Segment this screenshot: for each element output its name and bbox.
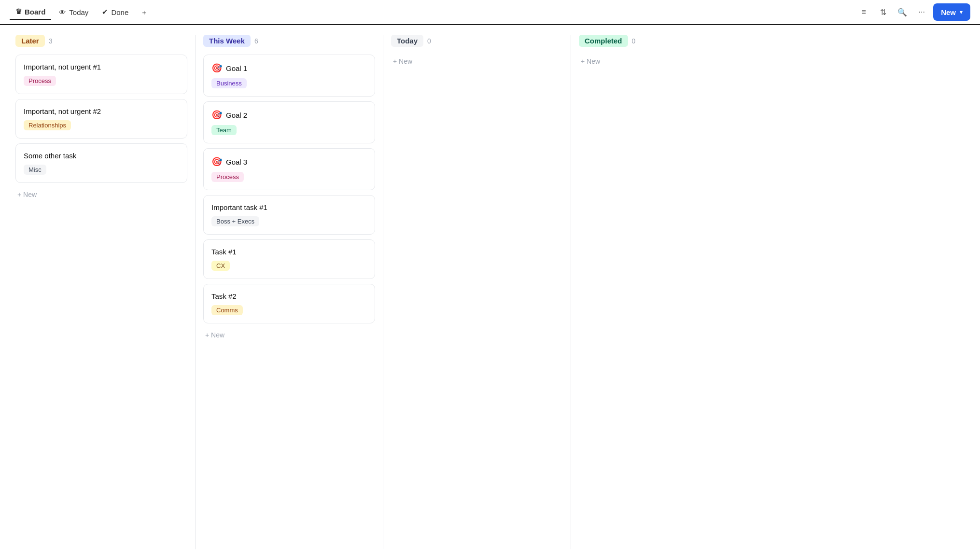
new-button-label: New: [941, 8, 956, 16]
card-title-later-1: Important, not urgent #2: [24, 107, 179, 115]
column-header-later: Later3: [15, 35, 187, 47]
card-tag-later-0: Process: [24, 76, 56, 86]
card-title-thisweek-1: 🎯Goal 2: [211, 110, 367, 120]
add-icon: +: [142, 8, 146, 16]
board-icon: ♛: [15, 7, 22, 16]
column-thisweek: This Week6🎯Goal 1Business🎯Goal 2Team🎯Goa…: [197, 35, 381, 342]
card-tag-thisweek-2: Process: [211, 172, 244, 182]
nav-today[interactable]: 👁 Today: [53, 5, 94, 19]
column-completed: Completed0+ New: [573, 35, 756, 68]
column-label-today: Today: [391, 35, 423, 47]
done-label: Done: [111, 8, 128, 16]
card-title-text-thisweek-1: Goal 2: [226, 111, 247, 119]
card-tag-thisweek-3: Boss + Execs: [211, 216, 259, 226]
column-today: Today0+ New: [385, 35, 569, 68]
card-title-text-thisweek-2: Goal 3: [226, 158, 247, 166]
card-tag-thisweek-1: Team: [211, 125, 237, 135]
divider-2: [571, 35, 571, 549]
card-title-text-later-1: Important, not urgent #2: [24, 107, 101, 115]
card-later-1[interactable]: Important, not urgent #2Relationships: [15, 99, 187, 139]
goal-icon: 🎯: [211, 156, 222, 167]
add-new-thisweek[interactable]: + New: [203, 328, 375, 342]
card-later-0[interactable]: Important, not urgent #1Process: [15, 55, 187, 94]
goal-icon: 🎯: [211, 63, 222, 73]
card-title-text-thisweek-3: Important task #1: [211, 203, 267, 211]
column-count-later: 3: [49, 37, 53, 45]
column-label-later: Later: [15, 35, 45, 47]
column-count-thisweek: 6: [254, 37, 258, 45]
new-button[interactable]: New ▾: [933, 3, 970, 21]
card-title-later-0: Important, not urgent #1: [24, 63, 179, 71]
board: Later3Important, not urgent #1ProcessImp…: [0, 25, 980, 559]
column-label-thisweek: This Week: [203, 35, 251, 47]
nav-done[interactable]: ✔ Done: [96, 5, 134, 19]
column-header-thisweek: This Week6: [203, 35, 375, 47]
column-header-today: Today0: [391, 35, 563, 47]
more-button[interactable]: ···: [914, 4, 929, 20]
card-title-later-2: Some other task: [24, 152, 179, 160]
card-thisweek-0[interactable]: 🎯Goal 1Business: [203, 55, 375, 97]
done-icon: ✔: [102, 8, 108, 16]
add-new-completed[interactable]: + New: [579, 55, 751, 68]
add-new-later[interactable]: + New: [15, 188, 187, 201]
column-count-today: 0: [427, 37, 431, 45]
column-header-completed: Completed0: [579, 35, 751, 47]
card-tag-thisweek-0: Business: [211, 78, 247, 88]
column-label-completed: Completed: [579, 35, 628, 47]
top-navigation: ♛ Board 👁 Today ✔ Done + ≡ ⇅ 🔍 ··· New ▾: [0, 0, 980, 25]
add-new-today[interactable]: + New: [391, 55, 563, 68]
today-icon: 👁: [59, 8, 66, 16]
card-later-2[interactable]: Some other taskMisc: [15, 143, 187, 183]
card-title-text-thisweek-5: Task #2: [211, 292, 237, 300]
card-title-thisweek-0: 🎯Goal 1: [211, 63, 367, 73]
card-title-text-thisweek-4: Task #1: [211, 248, 237, 256]
search-icon: 🔍: [897, 8, 907, 17]
sort-button[interactable]: ⇅: [875, 4, 891, 20]
card-title-thisweek-4: Task #1: [211, 248, 367, 256]
more-icon: ···: [918, 8, 924, 16]
card-title-text-later-2: Some other task: [24, 152, 76, 160]
divider-0: [195, 35, 196, 549]
card-title-thisweek-3: Important task #1: [211, 203, 367, 211]
new-button-chevron: ▾: [960, 9, 963, 15]
board-label: Board: [25, 8, 45, 16]
card-thisweek-4[interactable]: Task #1CX: [203, 239, 375, 279]
card-title-thisweek-2: 🎯Goal 3: [211, 156, 367, 167]
goal-icon: 🎯: [211, 110, 222, 120]
column-later: Later3Important, not urgent #1ProcessImp…: [10, 35, 193, 201]
card-tag-later-1: Relationships: [24, 120, 71, 130]
column-count-completed: 0: [632, 37, 636, 45]
card-title-text-later-0: Important, not urgent #1: [24, 63, 101, 71]
card-title-text-thisweek-0: Goal 1: [226, 64, 247, 72]
card-tag-later-2: Misc: [24, 165, 46, 175]
sort-icon: ⇅: [880, 8, 886, 17]
card-tag-thisweek-5: Comms: [211, 305, 243, 315]
card-thisweek-2[interactable]: 🎯Goal 3Process: [203, 148, 375, 190]
card-tag-thisweek-4: CX: [211, 261, 230, 271]
card-thisweek-1[interactable]: 🎯Goal 2Team: [203, 101, 375, 143]
card-thisweek-3[interactable]: Important task #1Boss + Execs: [203, 195, 375, 235]
nav-right-actions: ≡ ⇅ 🔍 ··· New ▾: [856, 3, 970, 21]
today-label: Today: [69, 8, 88, 16]
divider-1: [383, 35, 383, 549]
nav-add[interactable]: +: [136, 5, 152, 19]
card-title-thisweek-5: Task #2: [211, 292, 367, 300]
filter-icon: ≡: [861, 8, 866, 16]
card-thisweek-5[interactable]: Task #2Comms: [203, 284, 375, 323]
search-button[interactable]: 🔍: [895, 4, 910, 20]
filter-button[interactable]: ≡: [856, 4, 871, 20]
nav-board[interactable]: ♛ Board: [10, 4, 51, 20]
